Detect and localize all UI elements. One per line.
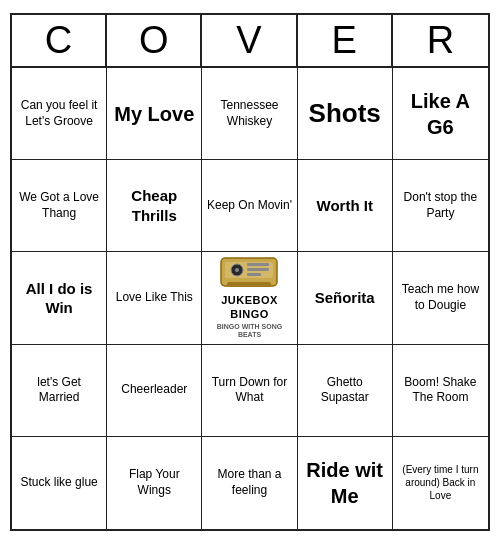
bingo-cell-7: Keep On Movin' bbox=[202, 160, 297, 252]
cell-text-7: Keep On Movin' bbox=[207, 198, 292, 214]
svg-point-3 bbox=[235, 268, 239, 272]
cell-text-17: Turn Down for What bbox=[206, 375, 292, 406]
cell-text-5: We Got a Love Thang bbox=[16, 190, 102, 221]
bingo-cell-2: Tennessee Whiskey bbox=[202, 68, 297, 160]
bingo-cell-13: Señorita bbox=[298, 252, 393, 344]
bingo-cell-20: Stuck like glue bbox=[12, 437, 107, 529]
bingo-cell-10: All I do is Win bbox=[12, 252, 107, 344]
bingo-cell-8: Worth It bbox=[298, 160, 393, 252]
cell-text-22: More than a feeling bbox=[206, 467, 292, 498]
cell-text-2: Tennessee Whiskey bbox=[206, 98, 292, 129]
bingo-cell-19: Boom! Shake The Room bbox=[393, 345, 488, 437]
cell-text-18: Ghetto Supastar bbox=[302, 375, 388, 406]
cell-text-1: My Love bbox=[114, 101, 194, 127]
cell-text-13: Señorita bbox=[315, 288, 375, 308]
jukebox-title: JUKEBOX BINGO bbox=[206, 294, 292, 320]
bingo-cell-5: We Got a Love Thang bbox=[12, 160, 107, 252]
bingo-cell-6: Cheap Thrills bbox=[107, 160, 202, 252]
bingo-cell-11: Love Like This bbox=[107, 252, 202, 344]
cell-text-20: Stuck like glue bbox=[20, 475, 97, 491]
cell-text-19: Boom! Shake The Room bbox=[397, 375, 484, 406]
bingo-grid: Can you feel it Let's GrooveMy LoveTenne… bbox=[12, 68, 488, 529]
jukebox-subtitle: BINGO WITH SONG BEATS bbox=[206, 323, 292, 340]
header-letter-c: C bbox=[12, 15, 107, 66]
header-letter-v: V bbox=[202, 15, 297, 66]
svg-rect-7 bbox=[227, 282, 271, 287]
bingo-cell-21: Flap Your Wings bbox=[107, 437, 202, 529]
cell-text-16: Cheerleader bbox=[121, 382, 187, 398]
bingo-cell-9: Don't stop the Party bbox=[393, 160, 488, 252]
bingo-cell-15: let's Get Married bbox=[12, 345, 107, 437]
svg-rect-4 bbox=[247, 263, 269, 266]
cell-text-24: (Every time I turn around) Back in Love bbox=[397, 463, 484, 502]
header-letter-o: O bbox=[107, 15, 202, 66]
cell-text-23: Ride wit Me bbox=[302, 457, 388, 509]
header-letter-e: E bbox=[298, 15, 393, 66]
cell-text-10: All I do is Win bbox=[16, 279, 102, 318]
bingo-cell-22: More than a feeling bbox=[202, 437, 297, 529]
cell-text-21: Flap Your Wings bbox=[111, 467, 197, 498]
bingo-cell-16: Cheerleader bbox=[107, 345, 202, 437]
bingo-header: COVER bbox=[12, 15, 488, 68]
cell-text-11: Love Like This bbox=[116, 290, 193, 306]
cell-text-15: let's Get Married bbox=[16, 375, 102, 406]
cell-text-6: Cheap Thrills bbox=[111, 186, 197, 225]
cell-text-14: Teach me how to Dougie bbox=[397, 282, 484, 313]
bingo-cell-18: Ghetto Supastar bbox=[298, 345, 393, 437]
bingo-cell-14: Teach me how to Dougie bbox=[393, 252, 488, 344]
cell-text-4: Like A G6 bbox=[397, 88, 484, 140]
svg-rect-6 bbox=[247, 273, 261, 276]
header-letter-r: R bbox=[393, 15, 488, 66]
bingo-cell-1: My Love bbox=[107, 68, 202, 160]
bingo-cell-23: Ride wit Me bbox=[298, 437, 393, 529]
bingo-cell-24: (Every time I turn around) Back in Love bbox=[393, 437, 488, 529]
bingo-cell-17: Turn Down for What bbox=[202, 345, 297, 437]
bingo-cell-12: JUKEBOX BINGOBINGO WITH SONG BEATS bbox=[202, 252, 297, 344]
cell-text-0: Can you feel it Let's Groove bbox=[16, 98, 102, 129]
bingo-cell-4: Like A G6 bbox=[393, 68, 488, 160]
cell-text-3: Shots bbox=[309, 97, 381, 131]
bingo-cell-0: Can you feel it Let's Groove bbox=[12, 68, 107, 160]
cell-text-8: Worth It bbox=[317, 196, 373, 216]
bingo-card: COVER Can you feel it Let's GrooveMy Lov… bbox=[10, 13, 490, 531]
svg-rect-5 bbox=[247, 268, 269, 271]
bingo-cell-3: Shots bbox=[298, 68, 393, 160]
cell-text-9: Don't stop the Party bbox=[397, 190, 484, 221]
jukebox-bingo-logo: JUKEBOX BINGOBINGO WITH SONG BEATS bbox=[206, 256, 292, 339]
